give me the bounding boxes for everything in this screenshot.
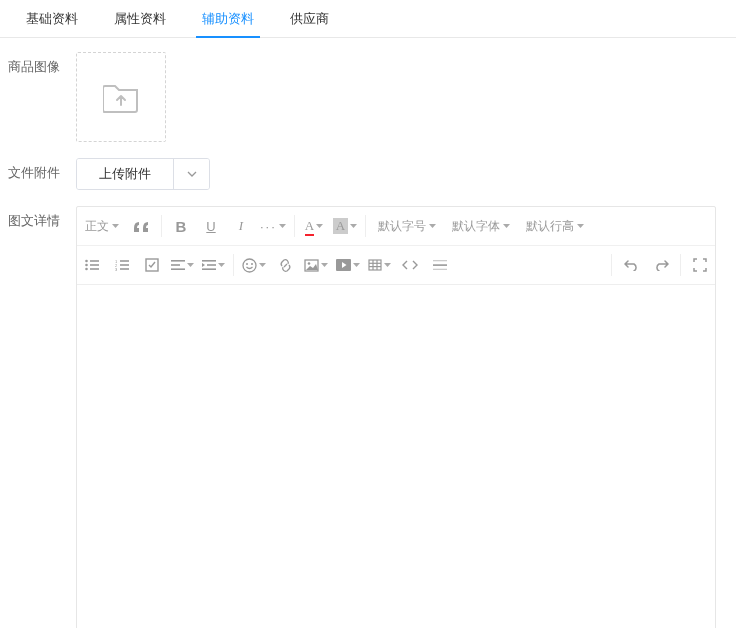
tabs: 基础资料 属性资料 辅助资料 供应商 bbox=[0, 0, 736, 38]
svg-rect-1 bbox=[90, 260, 99, 262]
divider bbox=[294, 215, 295, 237]
svg-point-4 bbox=[85, 268, 88, 271]
svg-rect-31 bbox=[433, 264, 447, 266]
caret-down-icon bbox=[353, 263, 360, 267]
svg-rect-5 bbox=[90, 268, 99, 270]
svg-rect-11 bbox=[120, 268, 129, 270]
align-button[interactable] bbox=[167, 250, 198, 280]
svg-point-19 bbox=[243, 259, 256, 272]
caret-down-icon bbox=[259, 263, 266, 267]
caret-down-icon bbox=[187, 263, 194, 267]
svg-point-20 bbox=[246, 263, 248, 265]
caret-down-icon bbox=[316, 224, 323, 228]
divider bbox=[233, 254, 234, 276]
underline-button[interactable]: U bbox=[196, 211, 226, 241]
svg-rect-25 bbox=[369, 260, 381, 270]
upload-dropdown-toggle[interactable] bbox=[173, 159, 209, 189]
caret-down-icon bbox=[218, 263, 225, 267]
ul-icon bbox=[85, 259, 99, 271]
video-button[interactable] bbox=[332, 250, 364, 280]
caret-down-icon bbox=[503, 224, 510, 228]
bg-color-button[interactable]: A bbox=[329, 211, 361, 241]
svg-rect-16 bbox=[202, 260, 216, 262]
label-attachment: 文件附件 bbox=[8, 158, 76, 182]
font-size-label: 默认字号 bbox=[378, 218, 426, 235]
svg-point-21 bbox=[251, 263, 253, 265]
svg-rect-32 bbox=[433, 269, 447, 270]
caret-down-icon bbox=[112, 224, 119, 228]
ordered-list-button[interactable]: 123 bbox=[107, 250, 137, 280]
divider bbox=[365, 215, 366, 237]
svg-point-2 bbox=[85, 264, 88, 267]
redo-button[interactable] bbox=[646, 250, 676, 280]
caret-down-icon bbox=[321, 263, 328, 267]
link-button[interactable] bbox=[270, 250, 300, 280]
line-height-select[interactable]: 默认行高 bbox=[518, 211, 592, 241]
svg-text:3: 3 bbox=[115, 267, 118, 272]
blockquote-button[interactable] bbox=[127, 211, 157, 241]
code-button[interactable] bbox=[395, 250, 425, 280]
svg-rect-14 bbox=[171, 264, 180, 266]
upload-attachment: 上传附件 bbox=[76, 158, 210, 190]
image-icon bbox=[304, 259, 319, 272]
paragraph-label: 正文 bbox=[85, 218, 109, 235]
fullscreen-icon bbox=[693, 258, 707, 272]
tab-auxiliary[interactable]: 辅助资料 bbox=[184, 0, 272, 37]
table-icon bbox=[368, 259, 382, 271]
checklist-button[interactable] bbox=[137, 250, 167, 280]
font-family-select[interactable]: 默认字体 bbox=[444, 211, 518, 241]
upload-button[interactable]: 上传附件 bbox=[77, 159, 173, 189]
image-uploader[interactable] bbox=[76, 52, 166, 142]
label-image: 商品图像 bbox=[8, 52, 76, 76]
folder-upload-icon bbox=[103, 80, 139, 114]
paragraph-select[interactable]: 正文 bbox=[77, 211, 127, 241]
align-icon bbox=[171, 259, 185, 271]
tab-attribute[interactable]: 属性资料 bbox=[96, 0, 184, 37]
quote-icon bbox=[134, 220, 150, 232]
emoji-button[interactable] bbox=[238, 250, 270, 280]
svg-rect-13 bbox=[171, 260, 185, 262]
caret-down-icon bbox=[350, 224, 357, 228]
hr-button[interactable] bbox=[425, 250, 455, 280]
svg-rect-18 bbox=[202, 268, 216, 270]
italic-button[interactable]: I bbox=[226, 211, 256, 241]
font-family-label: 默认字体 bbox=[452, 218, 500, 235]
divider bbox=[161, 215, 162, 237]
caret-down-icon bbox=[429, 224, 436, 228]
svg-rect-7 bbox=[120, 260, 129, 262]
undo-icon bbox=[624, 259, 639, 271]
svg-rect-15 bbox=[171, 268, 185, 270]
image-button[interactable] bbox=[300, 250, 332, 280]
undo-button[interactable] bbox=[616, 250, 646, 280]
chevron-down-icon bbox=[187, 171, 197, 177]
editor-content[interactable] bbox=[77, 285, 715, 628]
redo-icon bbox=[654, 259, 669, 271]
font-color-button[interactable]: A bbox=[299, 211, 329, 241]
video-icon bbox=[336, 259, 351, 271]
caret-down-icon bbox=[279, 224, 286, 228]
tab-supplier[interactable]: 供应商 bbox=[272, 0, 347, 37]
label-detail: 图文详情 bbox=[8, 206, 76, 230]
unordered-list-button[interactable] bbox=[77, 250, 107, 280]
tab-basic[interactable]: 基础资料 bbox=[8, 0, 96, 37]
hr-icon bbox=[433, 260, 447, 270]
emoji-icon bbox=[242, 258, 257, 273]
link-icon bbox=[278, 258, 293, 273]
caret-down-icon bbox=[384, 263, 391, 267]
editor-toolbar: 正文 B U I ··· bbox=[77, 207, 715, 285]
indent-icon bbox=[202, 259, 216, 271]
ol-icon: 123 bbox=[115, 259, 129, 271]
svg-rect-9 bbox=[120, 264, 129, 266]
checklist-icon bbox=[145, 258, 159, 272]
more-format-button[interactable]: ··· bbox=[256, 211, 290, 241]
svg-rect-30 bbox=[433, 260, 447, 261]
svg-rect-3 bbox=[90, 264, 99, 266]
font-size-select[interactable]: 默认字号 bbox=[370, 211, 444, 241]
rich-text-editor: 正文 B U I ··· bbox=[76, 206, 716, 628]
caret-down-icon bbox=[577, 224, 584, 228]
svg-point-0 bbox=[85, 260, 88, 263]
fullscreen-button[interactable] bbox=[685, 250, 715, 280]
indent-button[interactable] bbox=[198, 250, 229, 280]
table-button[interactable] bbox=[364, 250, 395, 280]
bold-button[interactable]: B bbox=[166, 211, 196, 241]
